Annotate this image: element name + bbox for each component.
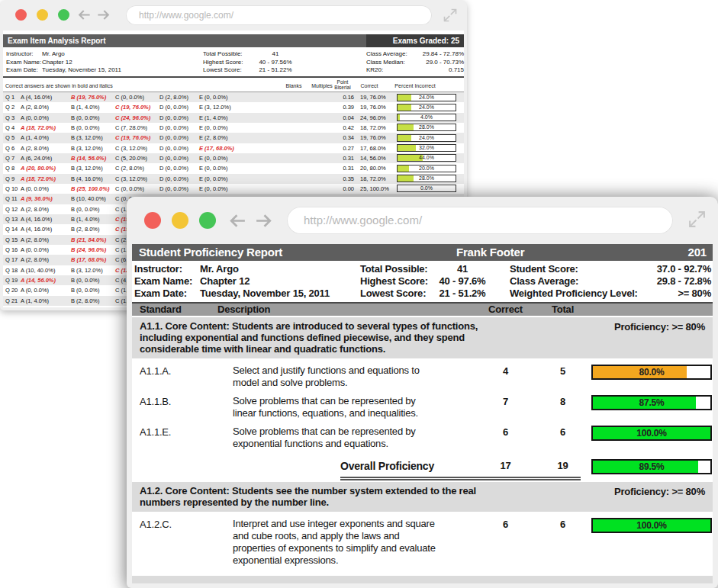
choice-cell: A (14, 56.0%): [21, 275, 56, 286]
forward-button[interactable]: [254, 211, 273, 230]
url-bar[interactable]: http://www.google.com/: [287, 207, 673, 234]
question-label: Q 17: [5, 255, 18, 265]
info-label: Class Average:: [510, 275, 578, 288]
info-value: Tuesday, November 15, 2011: [42, 66, 121, 75]
question-label: Q 7: [5, 153, 14, 164]
exam-info-col3: Student Score:37.0 - 92.7%Class Average:…: [510, 263, 711, 300]
info-row: Exam Date:Tuesday, November 15, 2011: [134, 288, 330, 300]
info-value: Mr. Argo: [200, 263, 239, 275]
total-value: 8: [542, 396, 584, 407]
choice-cell: D (0, 0.0%): [159, 174, 188, 185]
bar-label: 87.5%: [593, 397, 710, 409]
exam-info: Instructor:Mr. ArgoExam Name:Chapter 12E…: [132, 261, 713, 302]
choice-cell: B (3, 12.0%): [71, 143, 103, 154]
info-value: 40 - 97.56%: [254, 59, 297, 67]
exam-item-row: Q 4A (18, 72.0%)B (0, 0.0%)C (7, 28.0%)D…: [3, 123, 464, 133]
info-label: Exam Name:: [6, 59, 42, 67]
student-proficiency-report: Student Proficiency Report Frank Footer …: [132, 244, 713, 583]
expand-icon[interactable]: [443, 8, 458, 23]
minimize-button[interactable]: [172, 212, 188, 229]
info-row: Student Score:37.0 - 92.7%: [510, 263, 711, 275]
standard-row: A1.1.E.Solve problems that can be repres…: [132, 426, 713, 450]
correct-count: 18, 72.0%: [360, 123, 386, 133]
correct-value: 6: [485, 426, 526, 438]
exam-item-row: Q 6A (2, 8.0%)B (3, 12.0%)C (3, 12.0%)D …: [3, 143, 464, 153]
close-button[interactable]: [15, 9, 27, 21]
bar-label: 24.0%: [398, 95, 456, 101]
info-value: 41: [433, 263, 492, 275]
exam-info-col2: Total Possible:41Highest Score:40 - 97.5…: [203, 50, 297, 75]
question-label: Q 4: [5, 123, 14, 133]
report-title: Exam Item Analysis Report: [3, 37, 106, 45]
col-header-correct: Correct: [485, 304, 526, 316]
percent-incorrect-bar: 24.0%: [397, 104, 456, 111]
next-section-strip: [132, 576, 713, 583]
bar-label: 28.0%: [398, 124, 456, 131]
proficiency-bar: 89.5%: [591, 459, 712, 474]
info-label: Weighted Proficiency Level:: [510, 288, 638, 300]
point-biserial-value: 0.39: [327, 102, 354, 113]
correct-value: 6: [485, 519, 526, 530]
forward-button[interactable]: [96, 8, 111, 22]
percent-incorrect-bar: 24.0%: [397, 134, 456, 142]
correct-answers-note: Correct answers are shown in bold and it…: [5, 83, 113, 88]
correct-count: 19, 76.0%: [360, 133, 386, 143]
choice-cell: B (4, 16.0%): [71, 174, 103, 185]
back-button[interactable]: [228, 211, 247, 230]
maximize-button[interactable]: [58, 9, 69, 21]
question-label: Q 15: [5, 235, 18, 246]
info-value: 41: [254, 50, 297, 59]
info-label: Instructor:: [134, 263, 200, 275]
point-biserial-value: 0.16: [327, 92, 354, 103]
bar-label: 100.0%: [593, 427, 710, 439]
total-value: 5: [542, 365, 584, 377]
correct-count: 19, 76.0%: [360, 102, 386, 113]
section-proficiency: Proficiency: >= 80%: [614, 486, 705, 497]
info-value: 0.715: [449, 66, 464, 75]
minimize-button[interactable]: [37, 9, 48, 21]
choice-cell: B (0, 0.0%): [71, 113, 100, 124]
col-header-point-biserial: Point Biserial: [330, 79, 356, 90]
correct-count: 17, 68.0%: [360, 143, 386, 154]
report-title-bar: Exam Item Analysis Report Exams Graded: …: [3, 34, 464, 47]
question-label: Q 5: [5, 133, 14, 143]
info-value: Chapter 12: [200, 275, 250, 288]
choice-cell: C (0, 0.0%): [115, 92, 144, 103]
choice-cell: E (0, 0.0%): [199, 92, 228, 103]
choice-cell: A (4, 16.0%): [21, 224, 52, 235]
bar-label: 100.0%: [593, 519, 710, 532]
point-biserial-value: 0.34: [327, 133, 354, 143]
question-label: Q 3: [5, 113, 14, 124]
total-value: 6: [542, 426, 584, 438]
question-label: Q 21: [5, 296, 18, 307]
choice-cell: A (6, 24.0%): [21, 153, 52, 164]
point-biserial-value: 0.35: [327, 174, 354, 185]
col-header-correct: Correct: [354, 83, 385, 88]
standard-code: A1.1.B.: [140, 396, 171, 407]
exam-item-row: Q 5A (1, 4.0%)B (3, 12.0%)C (19, 76.0%)D…: [3, 133, 464, 143]
standard-row: A1.1.B.Solve problems that can be repres…: [132, 395, 713, 419]
question-label: Q 2: [5, 102, 14, 113]
back-button[interactable]: [77, 8, 92, 22]
standard-code: A1.1.A.: [140, 365, 171, 377]
expand-icon[interactable]: [687, 210, 707, 229]
close-button[interactable]: [144, 212, 161, 229]
bar-label: 24.0%: [398, 104, 456, 111]
maximize-button[interactable]: [199, 212, 216, 229]
question-label: Q 1: [5, 92, 14, 103]
bar-label: 20.0%: [398, 165, 456, 172]
url-bar[interactable]: http://www.google.com/: [126, 5, 432, 25]
info-row: KR20:0.715: [366, 66, 464, 75]
choice-cell: A (0, 0.0%): [21, 184, 49, 194]
percent-incorrect-bar: 20.0%: [397, 165, 456, 172]
question-label: Q 6: [5, 143, 14, 154]
bar-label: 89.5%: [593, 461, 710, 473]
standard-description: Interpret and use integer exponents and …: [233, 518, 477, 567]
table-column-headers: Standard Description Correct Total: [132, 302, 713, 316]
info-label: Highest Score:: [203, 59, 254, 67]
col-header-percent-incorrect: Percent Incorrect: [388, 83, 442, 88]
choice-cell: A (4, 16.0%): [21, 214, 52, 225]
bar-label: 4.0%: [398, 114, 456, 121]
choice-cell: C (5, 20.0%): [115, 153, 147, 164]
bar-label: 0.0%: [398, 185, 456, 192]
